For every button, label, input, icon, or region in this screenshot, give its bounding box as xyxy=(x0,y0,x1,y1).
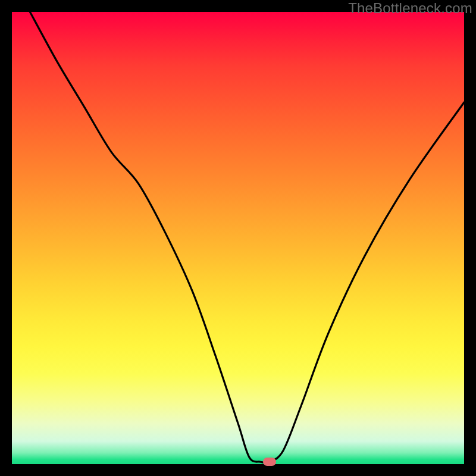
watermark-text: TheBottleneck.com xyxy=(348,0,472,17)
bottleneck-curve xyxy=(30,12,464,463)
plot-area xyxy=(12,12,464,464)
curve-layer xyxy=(12,12,464,464)
optimal-marker xyxy=(263,458,276,466)
chart-frame: TheBottleneck.com xyxy=(0,0,476,476)
